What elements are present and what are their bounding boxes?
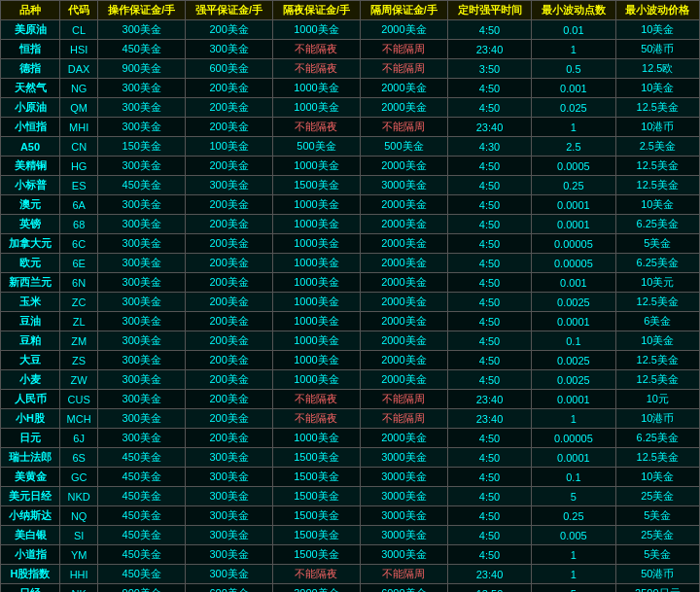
cell-r12-c1: 6E (60, 254, 98, 273)
cell-r29-c5: 6000美金 (360, 584, 447, 593)
cell-r1-c8: 50港币 (615, 40, 699, 59)
cell-r7-c6: 4:50 (447, 157, 531, 176)
table-row: H股指数HHI450美金300美金不能隔夜不能隔周23:40150港币 (1, 565, 700, 584)
cell-r21-c1: 6J (60, 429, 98, 448)
cell-r15-c0: 豆油 (1, 312, 60, 331)
cell-r1-c5: 不能隔周 (360, 40, 447, 59)
cell-r9-c6: 4:50 (447, 195, 531, 215)
main-table: 品种代码操作保证金/手强平保证金/手隔夜保证金/手隔周保证金/手定时强平时间最小… (0, 0, 700, 592)
cell-r6-c3: 100美金 (186, 137, 273, 157)
cell-r28-c5: 不能隔周 (360, 565, 447, 584)
cell-r28-c8: 50港币 (615, 565, 699, 584)
cell-r29-c1: NK (60, 584, 98, 593)
cell-r9-c1: 6A (60, 195, 98, 215)
cell-r14-c3: 200美金 (186, 293, 273, 312)
cell-r27-c2: 450美金 (98, 545, 186, 565)
cell-r23-c6: 4:50 (447, 468, 531, 487)
table-row: 新西兰元6N300美金200美金1000美金2000美金4:500.00110美… (1, 273, 700, 293)
cell-r4-c6: 4:50 (447, 98, 531, 118)
table-row: 小恒指MHI300美金200美金不能隔夜不能隔周23:40110港币 (1, 118, 700, 137)
cell-r18-c2: 300美金 (98, 370, 186, 390)
table-row: 瑞士法郎6S450美金300美金1500美金3000美金4:500.000112… (1, 448, 700, 468)
cell-r13-c1: 6N (60, 273, 98, 293)
cell-r19-c0: 人民币 (1, 390, 60, 409)
cell-r9-c3: 200美金 (186, 195, 273, 215)
cell-r23-c3: 300美金 (186, 468, 273, 487)
cell-r26-c5: 3000美金 (360, 526, 447, 545)
cell-r1-c4: 不能隔夜 (273, 40, 361, 59)
cell-r17-c4: 1000美金 (273, 351, 361, 370)
cell-r26-c4: 1500美金 (273, 526, 361, 545)
cell-r25-c2: 450美金 (98, 506, 186, 526)
table-row: 小原油QM300美金200美金1000美金2000美金4:500.02512.5… (1, 98, 700, 118)
cell-r15-c7: 0.0001 (532, 312, 615, 331)
cell-r16-c6: 4:50 (447, 331, 531, 351)
cell-r23-c1: GC (60, 468, 98, 487)
cell-r24-c1: NKD (60, 487, 98, 506)
cell-r7-c0: 美精铜 (1, 157, 60, 176)
cell-r25-c6: 4:50 (447, 506, 531, 526)
cell-r28-c1: HHI (60, 565, 98, 584)
cell-r21-c0: 日元 (1, 429, 60, 448)
cell-r3-c2: 300美金 (98, 79, 186, 98)
cell-r16-c1: ZM (60, 331, 98, 351)
cell-r14-c2: 300美金 (98, 293, 186, 312)
cell-r24-c6: 4:50 (447, 487, 531, 506)
cell-r3-c6: 4:50 (447, 79, 531, 98)
cell-r25-c1: NQ (60, 506, 98, 526)
table-row: 豆油ZL300美金200美金1000美金2000美金4:500.00016美金 (1, 312, 700, 331)
cell-r22-c1: 6S (60, 448, 98, 468)
cell-r11-c2: 300美金 (98, 234, 186, 254)
cell-r28-c0: H股指数 (1, 565, 60, 584)
cell-r0-c6: 4:50 (447, 20, 531, 40)
cell-r20-c1: MCH (60, 409, 98, 429)
col-header-6: 定时强平时间 (447, 1, 531, 20)
table-row: 德指DAX900美金600美金不能隔夜不能隔周3:500.512.5欧 (1, 59, 700, 79)
cell-r3-c1: NG (60, 79, 98, 98)
cell-r21-c8: 6.25美金 (615, 429, 699, 448)
cell-r5-c2: 300美金 (98, 118, 186, 137)
cell-r9-c7: 0.0001 (532, 195, 615, 215)
cell-r1-c1: HSI (60, 40, 98, 59)
cell-r18-c7: 0.0025 (532, 370, 615, 390)
cell-r11-c5: 2000美金 (360, 234, 447, 254)
cell-r18-c1: ZW (60, 370, 98, 390)
cell-r26-c0: 美白银 (1, 526, 60, 545)
cell-r6-c4: 500美金 (273, 137, 361, 157)
cell-r14-c7: 0.0025 (532, 293, 615, 312)
cell-r21-c5: 2000美金 (360, 429, 447, 448)
cell-r24-c2: 450美金 (98, 487, 186, 506)
table-row: 小纳斯达NQ450美金300美金1500美金3000美金4:500.255美金 (1, 506, 700, 526)
cell-r20-c3: 200美金 (186, 409, 273, 429)
cell-r3-c0: 天然气 (1, 79, 60, 98)
table-row: 恒指HSI450美金300美金不能隔夜不能隔周23:40150港币 (1, 40, 700, 59)
cell-r3-c8: 10美金 (615, 79, 699, 98)
cell-r17-c0: 大豆 (1, 351, 60, 370)
cell-r12-c5: 2000美金 (360, 254, 447, 273)
cell-r11-c1: 6C (60, 234, 98, 254)
cell-r26-c6: 4:50 (447, 526, 531, 545)
cell-r7-c1: HG (60, 157, 98, 176)
cell-r24-c7: 5 (532, 487, 615, 506)
cell-r21-c7: 0.00005 (532, 429, 615, 448)
cell-r5-c1: MHI (60, 118, 98, 137)
cell-r0-c7: 0.01 (532, 20, 615, 40)
cell-r17-c5: 2000美金 (360, 351, 447, 370)
cell-r20-c8: 10港币 (615, 409, 699, 429)
cell-r19-c6: 23:40 (447, 390, 531, 409)
cell-r7-c8: 12.5美金 (615, 157, 699, 176)
cell-r4-c2: 300美金 (98, 98, 186, 118)
cell-r5-c4: 不能隔夜 (273, 118, 361, 137)
table-row: 日经NK900美金600美金3000美金6000美金13:5052500日元 (1, 584, 700, 593)
cell-r29-c3: 600美金 (186, 584, 273, 593)
table-row: 澳元6A300美金200美金1000美金2000美金4:500.000110美金 (1, 195, 700, 215)
cell-r9-c8: 10美金 (615, 195, 699, 215)
cell-r17-c2: 300美金 (98, 351, 186, 370)
cell-r22-c4: 1500美金 (273, 448, 361, 468)
cell-r9-c2: 300美金 (98, 195, 186, 215)
cell-r7-c5: 2000美金 (360, 157, 447, 176)
cell-r22-c0: 瑞士法郎 (1, 448, 60, 468)
cell-r22-c3: 300美金 (186, 448, 273, 468)
col-header-3: 强平保证金/手 (186, 1, 273, 20)
cell-r26-c1: SI (60, 526, 98, 545)
